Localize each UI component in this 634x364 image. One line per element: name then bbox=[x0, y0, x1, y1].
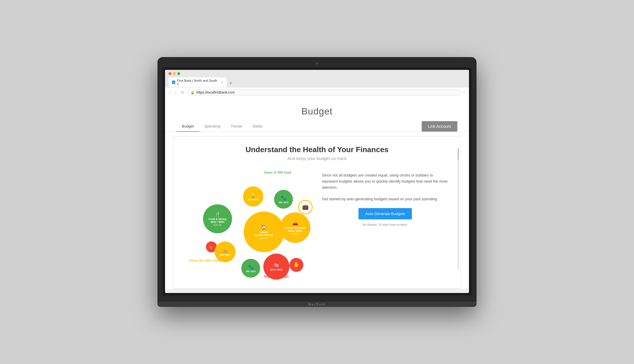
bubble-food-dining[interactable]: 🍴 Food & Dining $652 / $850 $198 left bbox=[203, 204, 232, 233]
bubble-home[interactable]: 🏠 Home $2,457 / $2,600 $143 left bbox=[244, 212, 284, 252]
forward-button[interactable]: › bbox=[174, 90, 178, 95]
inner-content: Understand the Health of Your Finances A… bbox=[174, 136, 460, 288]
tab-spending[interactable]: Spending bbox=[199, 121, 225, 132]
shopping-red-icon: 🛍 bbox=[274, 263, 279, 268]
maximize-dot[interactable] bbox=[177, 72, 180, 75]
browser-chrome: F First Bank | North and South C ✕ + bbox=[165, 70, 469, 87]
scrollbar-thumb bbox=[458, 148, 459, 160]
auto-transport-remaining: $55 left bbox=[292, 233, 298, 235]
food-dining-icon: 🍴 bbox=[215, 212, 220, 217]
scrollbar[interactable] bbox=[458, 148, 459, 270]
tab-close-icon[interactable]: ✕ bbox=[221, 81, 223, 84]
new-tab-button[interactable]: + bbox=[227, 79, 234, 87]
legend-yellow: Yellow: 80–100% Used bbox=[189, 259, 220, 262]
home-remaining: $143 left bbox=[260, 237, 268, 239]
active-tab[interactable]: F First Bank | North and South C ✕ bbox=[169, 77, 227, 87]
tab-title: First Bank | North and South C bbox=[177, 79, 218, 86]
home-icon: 🏠 bbox=[261, 225, 267, 230]
pets-top-amount: $58 / $225 bbox=[279, 201, 288, 203]
home-label: Home bbox=[260, 231, 267, 234]
refresh-button[interactable]: ↻ bbox=[180, 90, 186, 95]
food-dining-amount: $652 / $850 bbox=[211, 221, 224, 223]
pets-bottom-amount: $58 / $225 bbox=[246, 270, 256, 272]
food-dining-remaining: $198 left bbox=[214, 224, 222, 226]
navigation-tabs: Budget Spending Trends Debts Link Accoun… bbox=[165, 121, 469, 132]
auto-transport-label: Auto & Transport bbox=[285, 226, 306, 230]
bike-amount: $293 / $800 bbox=[220, 254, 231, 256]
browser-dots bbox=[169, 72, 465, 77]
tab-budget[interactable]: Budget bbox=[177, 121, 199, 132]
hero-subheading: And keep your budget on track bbox=[186, 156, 448, 161]
address-bar[interactable]: 🔒 https://localfirstbank.com bbox=[188, 89, 460, 96]
browser-toolbar: ‹ › ↻ 🔒 https://localfirstbank.com ☆ bbox=[165, 87, 469, 97]
tab-bar: F First Bank | North and South C ✕ + bbox=[169, 77, 465, 87]
bubble-auto-transport[interactable]: 🚗 Auto & Transport $845 / $900 $55 left bbox=[280, 212, 310, 243]
bubble-pets-bottom[interactable]: 🐾 $58 / $225 bbox=[241, 259, 260, 278]
utilities-icon: 💡 bbox=[250, 192, 256, 198]
hero-headline: Understand the Health of Your Finances bbox=[186, 145, 448, 154]
bike-icon: 🚲 bbox=[222, 248, 228, 253]
page-header: Budget bbox=[165, 97, 469, 121]
tab-favicon: F bbox=[172, 81, 175, 84]
laptop-base: MacBook bbox=[157, 302, 477, 307]
laptop-camera bbox=[316, 62, 318, 65]
info-paragraph-2: Get started by auto-generating budgets b… bbox=[322, 196, 448, 202]
minimize-dot[interactable] bbox=[173, 72, 176, 75]
bubble-pets-top[interactable]: 🐾 $58 / $225 bbox=[274, 190, 293, 209]
pets-top-icon: 🐾 bbox=[281, 195, 287, 201]
hand-red-icon: ✋ bbox=[293, 261, 300, 268]
browser-window: F First Bank | North and South C ✕ + ‹ ›… bbox=[165, 70, 469, 293]
main-content-box: Understand the Health of Your Finances A… bbox=[174, 136, 460, 289]
macbook-label: MacBook bbox=[308, 303, 326, 306]
utilities-amount: $318 / $450 bbox=[248, 199, 259, 201]
page-title: Budget bbox=[165, 106, 469, 117]
close-dot[interactable] bbox=[169, 72, 171, 75]
bookmark-icon[interactable]: ☆ bbox=[462, 90, 466, 95]
url-text: https://localfirstbank.com bbox=[196, 90, 235, 94]
scratch-link[interactable]: No thanks. I'll start from scratch. bbox=[322, 223, 448, 226]
home-amount: $2,457 / $2,600 bbox=[255, 234, 273, 236]
bubble-bike[interactable]: 🚲 $293 / $800 bbox=[215, 241, 236, 262]
content-row: Green: 0–79% Used Yellow: 80–100% Used R… bbox=[186, 170, 448, 280]
tab-trends[interactable]: Trends bbox=[225, 121, 247, 132]
screen-bezel: F First Bank | North and South C ✕ + ‹ ›… bbox=[163, 68, 471, 295]
briefcase-icon: 💼 bbox=[302, 204, 309, 210]
laptop-frame: F First Bank | North and South C ✕ + ‹ ›… bbox=[157, 57, 477, 307]
link-account-button[interactable]: Link Account bbox=[422, 121, 457, 132]
bubble-shopping-red[interactable]: 🛍 $654 / $520 bbox=[263, 254, 289, 280]
food-dining-label: Food & Dining bbox=[209, 218, 226, 221]
lock-icon: 🔒 bbox=[191, 91, 195, 94]
auto-transport-icon: 🚗 bbox=[292, 220, 298, 226]
gift-icon: 🎁 bbox=[209, 244, 214, 249]
page-content: Budget Budget Spending Trends Debts bbox=[165, 97, 469, 289]
legend-green: Green: 0–79% Used bbox=[264, 171, 291, 174]
bubble-chart: Green: 0–79% Used Yellow: 80–100% Used R… bbox=[186, 170, 310, 280]
info-paragraph-1: Since not all budgets are created equal,… bbox=[322, 172, 448, 190]
info-panel: Since not all budgets are created equal,… bbox=[322, 170, 448, 226]
bubble-utilities[interactable]: 💡 $318 / $450 bbox=[243, 186, 263, 207]
tab-debts[interactable]: Debts bbox=[247, 121, 268, 132]
pets-bottom-icon: 🐾 bbox=[248, 264, 254, 270]
bubble-briefcase[interactable]: 💼 bbox=[298, 200, 313, 214]
auto-transport-amount: $845 / $900 bbox=[288, 230, 302, 232]
bubble-hand-red[interactable]: ✋ bbox=[289, 258, 303, 272]
auto-generate-button[interactable]: Auto-Generate Budgets bbox=[358, 208, 412, 219]
laptop-bottom-bezel bbox=[163, 298, 471, 302]
shopping-red-amount: $654 / $520 bbox=[270, 268, 282, 271]
back-button[interactable]: ‹ bbox=[168, 90, 172, 95]
